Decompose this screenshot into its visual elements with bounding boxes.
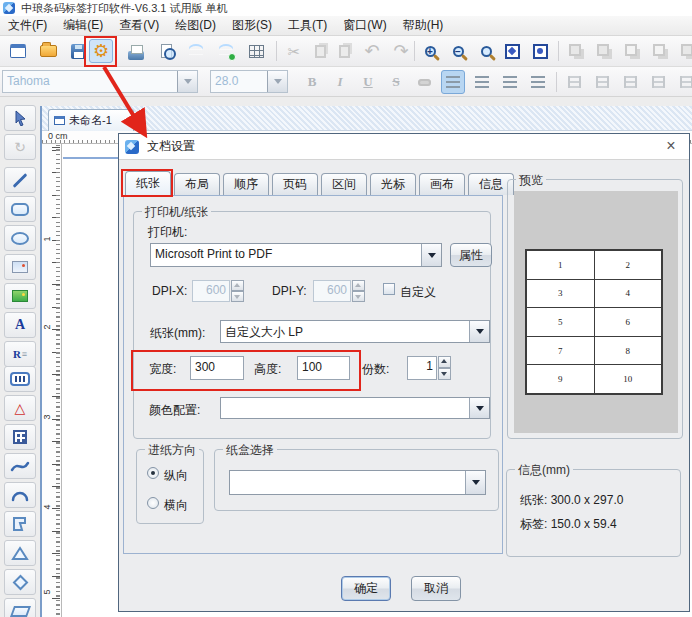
zoom-out-button[interactable]: − bbox=[446, 39, 470, 63]
zoom-button[interactable] bbox=[474, 39, 498, 63]
qrcode-tool-button[interactable] bbox=[4, 424, 36, 450]
tab-cursor[interactable]: 光标 bbox=[370, 173, 416, 195]
printer-select[interactable]: Microsoft Print to PDF bbox=[150, 243, 442, 267]
cut-button[interactable]: ✂ bbox=[282, 39, 306, 63]
arc-tool-button[interactable] bbox=[4, 482, 36, 508]
tab-layout[interactable]: 布局 bbox=[174, 173, 220, 195]
text-tool-button[interactable]: A bbox=[4, 312, 36, 338]
select-tool-button[interactable] bbox=[4, 105, 36, 131]
parallelogram-tool-button[interactable] bbox=[4, 598, 36, 617]
grid-toggle-button[interactable] bbox=[244, 39, 268, 63]
database-connect-button[interactable] bbox=[214, 39, 238, 63]
color-profile-select[interactable] bbox=[220, 397, 490, 419]
document-settings-button[interactable]: ⚙ bbox=[89, 39, 113, 63]
tab-paper[interactable]: 纸张 bbox=[125, 171, 171, 195]
width-field[interactable]: 300 bbox=[190, 356, 244, 380]
copies-spinner[interactable]: 1 bbox=[407, 356, 451, 380]
dpi-y-spinner[interactable]: 600 bbox=[313, 280, 365, 302]
lock-button[interactable] bbox=[676, 39, 692, 63]
barcode-tool-button[interactable] bbox=[4, 366, 36, 392]
logo-tool-button[interactable]: △ bbox=[4, 395, 36, 421]
spin-up-icon[interactable] bbox=[231, 280, 244, 291]
font-size-select[interactable]: 28.0 bbox=[210, 70, 288, 93]
save-button[interactable] bbox=[66, 39, 90, 63]
menu-view[interactable]: 查看(V) bbox=[111, 16, 167, 35]
chevron-down-icon[interactable] bbox=[267, 71, 287, 92]
menu-edit[interactable]: 编辑(E) bbox=[55, 16, 111, 35]
copy-button[interactable] bbox=[308, 39, 332, 63]
polygon-tool-button[interactable] bbox=[4, 511, 36, 537]
richtext-tool-button[interactable]: R≡ bbox=[4, 341, 36, 367]
space-equal-button[interactable] bbox=[618, 70, 642, 94]
group-button[interactable] bbox=[564, 39, 588, 63]
font-family-select[interactable]: Tahoma bbox=[2, 70, 198, 93]
menu-draw[interactable]: 绘图(D) bbox=[167, 16, 224, 35]
center-page-button[interactable] bbox=[646, 70, 670, 94]
close-icon[interactable]: × bbox=[661, 136, 681, 156]
rotate-tool-button[interactable]: ↻ bbox=[4, 134, 36, 160]
ellipse-tool-button[interactable] bbox=[4, 225, 36, 251]
document-tab[interactable]: 未命名-1 bbox=[48, 109, 134, 131]
new-button[interactable] bbox=[6, 39, 30, 63]
curve-tool-button[interactable] bbox=[4, 453, 36, 479]
chevron-down-icon[interactable] bbox=[177, 71, 197, 92]
spin-up-icon[interactable] bbox=[352, 280, 365, 291]
database-button[interactable] bbox=[184, 39, 208, 63]
height-field[interactable]: 100 bbox=[297, 356, 350, 380]
spin-up-icon[interactable] bbox=[438, 356, 451, 368]
cancel-button[interactable]: 取消 bbox=[411, 576, 461, 601]
redo-button[interactable]: ↷ bbox=[389, 39, 413, 63]
fit-page-button[interactable] bbox=[528, 39, 552, 63]
dialog-titlebar[interactable]: 文档设置 × bbox=[119, 134, 689, 160]
paper-size-select[interactable]: 自定义大小 LP bbox=[220, 320, 490, 343]
tab-range[interactable]: 区间 bbox=[321, 173, 367, 195]
paste-button[interactable] bbox=[332, 39, 356, 63]
triangle-tool-button[interactable] bbox=[4, 540, 36, 566]
rounded-rect-tool-button[interactable] bbox=[4, 196, 36, 222]
tab-canvas[interactable]: 画布 bbox=[419, 173, 465, 195]
line-tool-button[interactable] bbox=[4, 167, 36, 193]
custom-dpi-checkbox[interactable] bbox=[383, 283, 395, 295]
spin-down-icon[interactable] bbox=[438, 368, 451, 380]
fit-window-button[interactable] bbox=[500, 39, 524, 63]
bold-button[interactable]: B bbox=[300, 70, 324, 94]
center-page2-button[interactable] bbox=[674, 70, 692, 94]
chevron-down-icon[interactable] bbox=[469, 321, 489, 342]
landscape-radio[interactable] bbox=[147, 497, 159, 509]
align-right-button[interactable] bbox=[498, 70, 522, 94]
paper-tray-select[interactable] bbox=[229, 470, 486, 495]
distribute-v-button[interactable] bbox=[590, 70, 614, 94]
align-left-button[interactable] bbox=[441, 70, 465, 94]
picture-tool-button[interactable] bbox=[4, 283, 36, 309]
spin-down-icon[interactable] bbox=[352, 291, 365, 302]
zoom-in-button[interactable]: + bbox=[418, 39, 442, 63]
menu-window[interactable]: 窗口(W) bbox=[335, 16, 394, 35]
select-frame-button[interactable] bbox=[620, 39, 644, 63]
select-frame2-button[interactable] bbox=[648, 39, 672, 63]
menu-shapes[interactable]: 图形(S) bbox=[224, 16, 280, 35]
dpi-x-spinner[interactable]: 600 bbox=[192, 280, 244, 302]
portrait-radio[interactable] bbox=[147, 467, 159, 479]
distribute-h-button[interactable] bbox=[562, 70, 586, 94]
align-center-button[interactable] bbox=[470, 70, 494, 94]
strikethrough-button[interactable]: S bbox=[384, 70, 408, 94]
open-button[interactable] bbox=[36, 39, 60, 63]
print-button[interactable] bbox=[124, 39, 148, 63]
tab-page-number[interactable]: 页码 bbox=[272, 173, 318, 195]
properties-button[interactable]: 属性 bbox=[450, 243, 492, 267]
chevron-down-icon[interactable] bbox=[469, 398, 489, 418]
chevron-down-icon[interactable] bbox=[421, 244, 441, 266]
undo-button[interactable]: ↶ bbox=[360, 39, 384, 63]
spin-down-icon[interactable] bbox=[231, 291, 244, 302]
italic-button[interactable]: I bbox=[328, 70, 352, 94]
kerning-button[interactable] bbox=[412, 70, 436, 94]
ok-button[interactable]: 确定 bbox=[341, 576, 391, 601]
menu-help[interactable]: 帮助(H) bbox=[395, 16, 452, 35]
menu-tools[interactable]: 工具(T) bbox=[280, 16, 335, 35]
chevron-down-icon[interactable] bbox=[465, 471, 485, 494]
image-tool-button[interactable] bbox=[4, 254, 36, 280]
print-preview-button[interactable] bbox=[154, 39, 178, 63]
tab-order[interactable]: 顺序 bbox=[223, 173, 269, 195]
menu-file[interactable]: 文件(F) bbox=[0, 16, 55, 35]
ungroup-button[interactable] bbox=[592, 39, 616, 63]
